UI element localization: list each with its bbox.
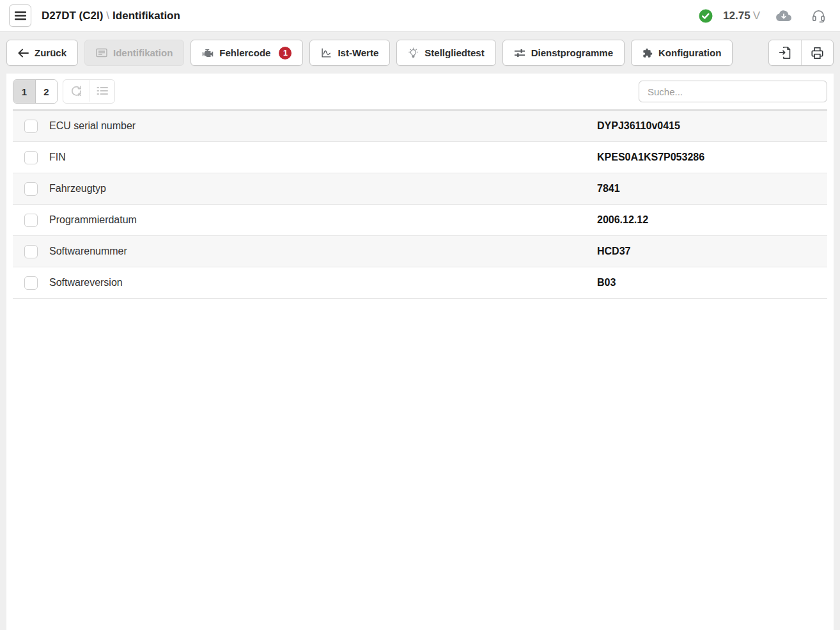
arrow-left-icon (18, 49, 29, 58)
refresh-clear-button[interactable] (63, 80, 89, 102)
row-label: Fahrzeugtyp (49, 183, 106, 194)
tab-label: Ist-Werte (338, 47, 378, 58)
report-import-button[interactable] (769, 40, 801, 65)
row-value: HCD37 (597, 246, 827, 257)
error-count-badge: 1 (279, 47, 292, 59)
content-panel: 1 2 (6, 74, 834, 630)
headset-icon[interactable] (811, 8, 826, 23)
hamburger-icon (15, 11, 26, 20)
breadcrumb-separator: \ (103, 10, 113, 22)
tab-label: Identifikation (113, 47, 173, 58)
engine-icon (202, 47, 214, 59)
row-checkbox[interactable] (24, 182, 38, 196)
row-value: 2006.12.12 (597, 214, 827, 226)
tab-label: Fehlercode (219, 47, 270, 58)
row-value: 7841 (597, 183, 827, 194)
left-controls: 1 2 (13, 79, 115, 104)
tab-identifikation[interactable]: Identifikation (84, 40, 184, 66)
header: D27DT (C2I)\Identifikation 12.75V (0, 0, 840, 32)
table-row: Programmierdatum 2006.12.12 (13, 205, 827, 236)
row-label: Softwareversion (49, 277, 123, 288)
voltage-unit: V (753, 10, 760, 22)
sliders-icon (514, 48, 525, 58)
row-label: ECU serial number (49, 120, 136, 132)
row-checkbox[interactable] (24, 245, 38, 258)
tab-label: Stellgliedtest (424, 47, 484, 58)
id-card-icon (96, 48, 107, 58)
report-import-icon (779, 46, 792, 59)
battery-voltage: 12.75V (723, 10, 760, 22)
row-value: B03 (597, 277, 827, 288)
cloud-download-icon[interactable] (775, 10, 792, 22)
tab-label: Konfiguration (658, 47, 721, 58)
row-checkbox[interactable] (24, 120, 38, 133)
row-value: DYPJ36110v0415 (597, 120, 827, 132)
tab-ist-werte[interactable]: Ist-Werte (309, 40, 390, 66)
list-view-button[interactable] (89, 80, 114, 102)
table-row: Fahrzeugtyp 7841 (13, 173, 827, 205)
search-input[interactable] (639, 81, 827, 102)
tab-dienstprogramme[interactable]: Dienstprogramme (502, 40, 625, 66)
tab-fehlercode[interactable]: Fehlercode 1 (191, 40, 303, 66)
printer-icon (811, 47, 824, 59)
toolbar: Zurück Identifikation Fehlercode 1 Ist-W… (0, 32, 840, 74)
page-button-1[interactable]: 1 (13, 80, 35, 103)
voltage-value: 12.75 (723, 10, 751, 22)
back-button-label: Zurück (35, 47, 66, 58)
identification-table: ECU serial number DYPJ36110v0415 FIN KPE… (13, 109, 827, 299)
toolbar-icon-group (768, 40, 834, 66)
list-icon (97, 86, 108, 95)
row-label: FIN (49, 152, 66, 163)
refresh-clear-icon (69, 84, 83, 97)
breadcrumb: D27DT (C2I)\Identifikation (42, 10, 180, 22)
tab-label: Dienstprogramme (531, 47, 613, 58)
device-name: D27DT (C2I) (42, 10, 103, 22)
table-tools-group (63, 79, 115, 104)
page-button-2[interactable]: 2 (35, 80, 57, 103)
row-checkbox[interactable] (24, 214, 38, 227)
chart-line-icon (321, 47, 332, 58)
row-label: Programmierdatum (49, 214, 137, 226)
controls-row: 1 2 (6, 74, 834, 109)
row-label: Softwarenummer (49, 246, 127, 257)
tab-konfiguration[interactable]: Konfiguration (631, 40, 733, 66)
tab-stellgliedtest[interactable]: Stellgliedtest (396, 40, 495, 66)
table-row: Softwareversion B03 (13, 267, 827, 299)
back-button[interactable]: Zurück (6, 40, 78, 66)
bulb-test-icon (408, 47, 419, 59)
row-checkbox[interactable] (24, 151, 38, 164)
print-button[interactable] (801, 40, 833, 65)
menu-button[interactable] (9, 4, 31, 27)
page-title: Identifikation (113, 10, 180, 22)
connection-ok-check-circle-icon (699, 9, 713, 23)
table-row: Softwarenummer HCD37 (13, 236, 827, 267)
header-status-area: 12.75V (699, 8, 826, 23)
puzzle-icon (642, 48, 653, 58)
row-value: KPES0A1KS7P053286 (597, 152, 827, 163)
table-row: ECU serial number DYPJ36110v0415 (13, 111, 827, 142)
page-selector: 1 2 (13, 79, 58, 104)
table-row: FIN KPES0A1KS7P053286 (13, 142, 827, 173)
row-checkbox[interactable] (24, 276, 38, 290)
